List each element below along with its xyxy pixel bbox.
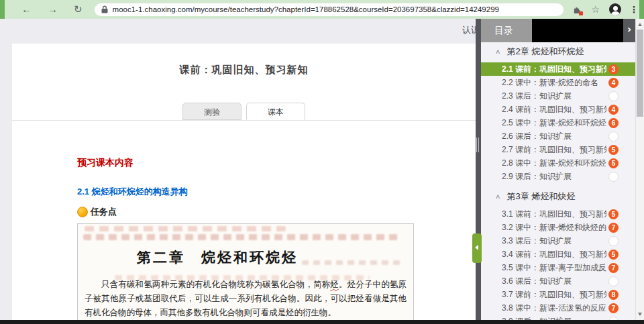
progress-badge: 8 xyxy=(608,290,619,300)
toc-lesson-label: 2.7 课前：巩固旧知、预习新知 xyxy=(502,143,606,156)
toc-lesson-label: 2.1 课前：巩固旧知、预习新知 xyxy=(502,62,606,76)
toc-chapter[interactable]: ∧第3章 烯烃和炔烃 xyxy=(481,188,635,205)
forward-button[interactable]: → xyxy=(48,0,58,19)
progress-badge: 7 xyxy=(608,223,619,233)
task-point-icon xyxy=(77,207,88,217)
progress-badge: 7 xyxy=(608,303,619,313)
toc-expand-button[interactable]: › xyxy=(623,19,635,42)
progress-badge: 5 xyxy=(608,145,619,155)
window-edge-left xyxy=(0,0,5,19)
tab-textbook[interactable]: 课本 xyxy=(246,103,305,120)
toc-lesson[interactable]: 2.9 课后：知识扩展 xyxy=(481,170,635,183)
window-bottom-edge xyxy=(0,320,644,324)
progress-badge: 4 xyxy=(608,78,619,88)
scroll-up-icon[interactable] xyxy=(638,23,642,26)
toc-lesson[interactable]: 2.6 课后：知识扩展 xyxy=(481,129,635,143)
back-button[interactable]: ← xyxy=(21,0,32,19)
divider-grip[interactable] xyxy=(476,138,480,152)
task-point-label: 任务点 xyxy=(91,206,117,218)
toc-lesson-label: 3.3 课后：知识扩展 xyxy=(502,234,572,248)
progress-badge: 4 xyxy=(608,105,619,115)
lesson-body: 预习课本内容 2.1 烷烃和环烷烃的构造异构 任务点 第二章 烷烃和环烷烃 只含… xyxy=(12,157,476,320)
lesson-title: 课前：巩固旧知、预习新知 xyxy=(12,64,476,76)
toc-sidebar: 目录 › ∧第2章 烷烃和环烷烃2.1 课前：巩固旧知、预习新知32.2 课中：… xyxy=(481,19,635,320)
subsection-heading: 2.1 烷烃和环烷烃的构造异构 xyxy=(77,186,414,198)
toc-lesson-label: 2.2 课中：新课-烷烃的命名 xyxy=(502,76,598,89)
toc-chapter-label: 第3章 烯烃和炔烃 xyxy=(507,191,576,203)
toc-chapter[interactable]: ∧第2章 烷烃和环烷烃 xyxy=(481,44,635,60)
bleed-smudge xyxy=(115,275,370,280)
collapse-arrow-icon xyxy=(475,245,478,250)
toc-lesson-label: 3.1 课前：巩固旧知、预习新知 xyxy=(502,207,606,221)
sidebar-scrollbar[interactable] xyxy=(635,19,644,320)
extension-puzzle-icon[interactable] xyxy=(573,5,582,14)
progress-badge xyxy=(608,236,619,246)
toc-chapter-label: 第2章 烷烃和环烷烃 xyxy=(507,46,584,58)
toc-lesson[interactable]: 2.2 课中：新课-烷烃的命名4 xyxy=(481,76,635,89)
toc-lesson-label: 2.9 课后：知识扩展 xyxy=(502,170,572,183)
toc-list: ∧第2章 烷烃和环烷烃2.1 课前：巩固旧知、预习新知32.2 课中：新课-烷烃… xyxy=(481,42,635,320)
toc-lesson[interactable]: 3.1 课前：巩固旧知、预习新知5 xyxy=(481,207,635,221)
toc-lesson[interactable]: 3.8 课中：新课-活泼氢的反应7 xyxy=(481,301,635,315)
toc-lesson[interactable]: 3.9 课后：知识扩展 xyxy=(481,315,635,320)
browser-toolbar: ← → ↻ mooc1-1.chaoxing.com/mycourse/teac… xyxy=(0,0,644,19)
window-edge-right xyxy=(639,0,644,19)
toc-lesson-label: 2.4 课前：巩固旧知、预习新知 xyxy=(502,103,606,116)
tabs-bar: 测验 课本 xyxy=(12,102,476,121)
reload-button[interactable]: ↻ xyxy=(74,0,83,19)
progress-badge: 7 xyxy=(608,263,619,273)
progress-badge xyxy=(608,131,619,142)
toc-lesson[interactable]: 3.5 课中：新课-离子型加成反应7 xyxy=(481,261,635,274)
scroll-down-icon[interactable] xyxy=(638,313,642,316)
clipped-text: 认识 xyxy=(462,24,476,36)
progress-badge: 5 xyxy=(608,209,619,219)
sidebar-collapse-handle[interactable] xyxy=(472,233,482,263)
toc-lesson-label: 3.5 课中：新课-离子型加成反应 xyxy=(502,261,606,274)
toc-lesson[interactable]: 2.1 课前：巩固旧知、预习新知3 xyxy=(481,62,635,76)
textbook-paragraph: 只含有碳和氢两种元素的有机化合物统称为碳氢化合物，简称烃。烃分子中的氢原子被其他… xyxy=(85,277,407,319)
collapse-chevron-icon: ∧ xyxy=(495,48,501,55)
url-text: mooc1-1.chaoxing.com/mycourse/teacherstu… xyxy=(113,5,499,13)
toc-lesson[interactable]: 3.3 课后：知识扩展 xyxy=(481,234,635,248)
task-point: 任务点 xyxy=(77,206,414,218)
collapse-chevron-icon: ∧ xyxy=(495,193,501,200)
progress-badge xyxy=(608,276,619,286)
toc-title: 目录 xyxy=(481,19,532,42)
address-bar[interactable]: mooc1-1.chaoxing.com/mycourse/teacherstu… xyxy=(95,3,564,16)
scrollbar-thumb[interactable] xyxy=(637,30,643,117)
toc-lesson[interactable]: 2.7 课前：巩固旧知、预习新知5 xyxy=(481,143,635,156)
toc-lesson-label: 3.2 课中：新课-烯烃和炔烃的结... xyxy=(502,221,606,234)
toc-lesson[interactable]: 2.5 课中：新课-烷烃和环烷烃的...6 xyxy=(481,116,635,129)
toc-lesson-label: 3.9 课后：知识扩展 xyxy=(502,315,572,320)
toc-lesson[interactable]: 3.6 课后：知识扩展 xyxy=(481,274,635,288)
lock-icon xyxy=(101,5,108,13)
textbook-page-preview: 第二章 烷烃和环烷烃 只含有碳和氢两种元素的有机化合物统称为碳氢化合物，简称烃。… xyxy=(77,223,414,320)
browser-menu-icon[interactable]: ⋮ xyxy=(629,4,639,15)
toc-lesson[interactable]: 2.3 课后：知识扩展 xyxy=(481,89,635,103)
bleed-smudge xyxy=(85,226,286,231)
tab-quiz[interactable]: 测验 xyxy=(182,103,241,120)
lesson-content-panel: 课前：巩固旧知、预习新知 测验 课本 预习课本内容 2.1 烷烃和环烷烃的构造异… xyxy=(12,44,476,320)
toc-lesson[interactable]: 2.8 课中：新课-烷烃和环烷烃的...5 xyxy=(481,156,635,170)
toc-lesson[interactable]: 3.2 课中：新课-烯烃和炔烃的结...7 xyxy=(481,221,635,234)
toc-lesson-label: 2.6 课后：知识扩展 xyxy=(502,129,572,143)
progress-badge: 6 xyxy=(608,118,619,128)
toc-lesson-label: 2.5 课中：新课-烷烃和环烷烃的... xyxy=(502,116,606,129)
toc-lesson[interactable]: 3.7 课前：巩固旧知、预习新知8 xyxy=(481,288,635,301)
toc-lesson[interactable]: 3.4 课前：巩固旧知、预习新知5 xyxy=(481,248,635,261)
bookmark-star-icon[interactable]: ☆ xyxy=(591,0,600,19)
progress-badge xyxy=(608,172,619,182)
toc-lesson-label: 3.6 课后：知识扩展 xyxy=(502,274,572,288)
underlined-term: 烃 xyxy=(330,279,339,289)
profile-avatar-icon[interactable] xyxy=(609,3,621,15)
progress-badge: 3 xyxy=(608,64,619,74)
toc-header-spacer xyxy=(532,19,623,42)
section-heading: 预习课本内容 xyxy=(77,157,414,169)
toc-lesson-label: 2.3 课后：知识扩展 xyxy=(502,89,572,103)
progress-badge xyxy=(608,91,619,101)
toc-lesson[interactable]: 2.4 课前：巩固旧知、预习新知4 xyxy=(481,103,635,116)
extension-alert-badge xyxy=(579,11,583,15)
page-background: 认识 课前：巩固旧知、预习新知 测验 课本 预习课本内容 2.1 烷烃和环烷烃的… xyxy=(0,19,644,320)
progress-badge: 5 xyxy=(608,158,619,168)
textbook-chapter-title: 第二章 烷烃和环烷烃 xyxy=(78,248,413,267)
